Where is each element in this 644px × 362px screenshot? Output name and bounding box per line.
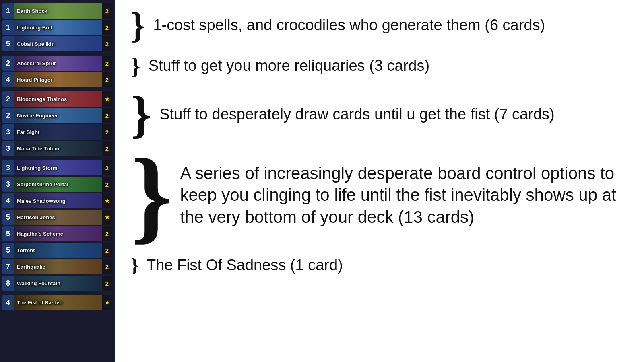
card-count: 2: [102, 72, 112, 87]
card-group-2: 2 Ancestral Spirit 2 4 Hoard Pillager 2: [2, 56, 112, 87]
card-count: 2: [102, 259, 112, 274]
card-cost: 7: [2, 259, 14, 274]
card-name: Hoard Pillager: [14, 77, 52, 83]
card-name: Harrison Jones: [14, 214, 55, 220]
card-name: Maiev Shadowsong: [14, 198, 66, 204]
card-count: 2: [102, 108, 112, 123]
card-group-5: 4 The Fist of Ra-den ★: [2, 295, 112, 310]
card-count: 2: [102, 226, 112, 241]
card-name: Lightning Storm: [14, 165, 57, 171]
annotation-text-group-4: A series of increasingly desperate board…: [180, 162, 628, 228]
card-group-4: 3 Lightning Storm 2 3 Serpentshrine Port…: [2, 160, 112, 291]
card-cost: 3: [2, 141, 14, 156]
card-row-hagatha-scheme[interactable]: 5 Hagatha's Scheme 2: [2, 226, 112, 241]
card-count: 2: [102, 177, 112, 192]
card-group-1: 1 Earth Shock 2 1 Lightning Bolt 2 5 Cob…: [2, 3, 112, 51]
card-count-golden: ★: [102, 193, 112, 208]
card-row-serpentshrine[interactable]: 3 Serpentshrine Portal 2: [2, 177, 112, 192]
golden-star-icon: ★: [105, 96, 110, 102]
brace-group-5: }: [131, 256, 138, 275]
card-cost: 3: [2, 177, 14, 192]
card-row-fist-of-raden[interactable]: 4 The Fist of Ra-den ★: [2, 295, 112, 310]
card-row-torrent[interactable]: 5 Torrent 2: [2, 243, 112, 258]
brace-group-3: }: [131, 90, 151, 140]
card-name: Hagatha's Scheme: [14, 231, 63, 237]
card-art: Far Sight: [14, 124, 102, 140]
card-art: Novice Engineer: [14, 108, 102, 123]
brace-group-2: }: [131, 55, 140, 78]
card-art: Serpentshrine Portal: [14, 177, 102, 192]
card-count: 2: [102, 243, 112, 258]
card-row-lightning-bolt[interactable]: 1 Lightning Bolt 2: [2, 20, 112, 35]
golden-star-icon: ★: [105, 197, 110, 204]
card-count: 2: [102, 3, 112, 19]
card-name: Far Sight: [14, 129, 39, 135]
card-cost: 3: [2, 124, 14, 140]
card-name: Earthquake: [14, 264, 45, 270]
card-cost: 1: [2, 20, 14, 35]
annotation-panel: } 1-cost spells, and crocodiles who gene…: [115, 0, 644, 362]
card-row-maiev[interactable]: 4 Maiev Shadowsong ★: [2, 193, 112, 208]
card-row-novice-engineer[interactable]: 2 Novice Engineer 2: [2, 108, 112, 123]
golden-star-icon: ★: [105, 299, 110, 306]
card-count: 2: [102, 160, 112, 175]
card-name: Lightning Bolt: [14, 25, 52, 31]
card-row-lightning-storm[interactable]: 3 Lightning Storm 2: [2, 160, 112, 175]
card-group-3: 2 Bloodmage Thalnos ★ 2 Novice Engineer …: [2, 91, 112, 156]
card-art: Lightning Storm: [14, 160, 102, 175]
card-art: Ancestral Spirit: [14, 56, 102, 71]
card-row-mana-tide-totem[interactable]: 3 Mana Tide Totem 2: [2, 141, 112, 156]
annotation-text-group-2: Stuff to get you more reliquaries (3 car…: [149, 56, 429, 76]
card-name: Torrent: [14, 247, 35, 253]
annotation-group-5: } The Fist Of Sadness (1 card): [131, 255, 628, 275]
card-name: Cobalt Spellkin: [14, 41, 55, 47]
card-cost: 4: [2, 193, 14, 208]
annotation-text-group-3: Stuff to desperately draw cards until u …: [159, 105, 554, 124]
card-count: 2: [102, 124, 112, 140]
card-art: Walking Fountain: [14, 276, 102, 291]
card-row-ancestral-spirit[interactable]: 2 Ancestral Spirit 2: [2, 56, 112, 71]
card-count: 2: [102, 56, 112, 71]
card-art: Mana Tide Totem: [14, 141, 102, 156]
card-row-harrison[interactable]: 5 Harrison Jones ★: [2, 210, 112, 225]
card-list-panel: 1 Earth Shock 2 1 Lightning Bolt 2 5 Cob…: [0, 0, 115, 362]
card-row-earth-shock[interactable]: 1 Earth Shock 2: [2, 3, 112, 19]
card-cost: 5: [2, 226, 14, 241]
card-art: Harrison Jones: [14, 210, 102, 225]
card-cost: 2: [2, 91, 14, 107]
card-art: Maiev Shadowsong: [14, 193, 102, 208]
card-cost: 3: [2, 160, 14, 175]
annotation-group-2: } Stuff to get you more reliquaries (3 c…: [131, 55, 628, 78]
card-row-bloodmage[interactable]: 2 Bloodmage Thalnos ★: [2, 91, 112, 107]
card-cost: 4: [2, 72, 14, 87]
card-art: Cobalt Spellkin: [14, 36, 102, 51]
card-name: Mana Tide Totem: [14, 146, 59, 152]
card-cost: 1: [2, 3, 14, 19]
annotation-text-group-1: 1-cost spells, and crocodiles who genera…: [153, 15, 545, 35]
card-art: Torrent: [14, 243, 102, 258]
golden-star-icon: ★: [105, 214, 110, 220]
card-cost: 8: [2, 276, 14, 291]
card-row-earthquake[interactable]: 7 Earthquake 2: [2, 259, 112, 274]
annotation-group-3: } Stuff to desperately draw cards until …: [131, 90, 628, 140]
card-cost: 2: [2, 108, 14, 123]
annotation-group-1: } 1-cost spells, and crocodiles who gene…: [131, 8, 628, 43]
annotation-text-group-5: The Fist Of Sadness (1 card): [147, 255, 343, 275]
card-name: Earth Shock: [14, 8, 47, 14]
card-art: Earthquake: [14, 259, 102, 274]
card-art: Lightning Bolt: [14, 20, 102, 35]
card-name: The Fist of Ra-den: [14, 300, 62, 306]
card-count-golden: ★: [102, 91, 112, 107]
card-count-golden: ★: [102, 295, 112, 310]
card-row-far-sight[interactable]: 3 Far Sight 2: [2, 124, 112, 140]
card-name: Novice Engineer: [14, 113, 58, 119]
brace-group-4: }: [131, 147, 172, 243]
card-art: Earth Shock: [14, 3, 102, 19]
card-count: 2: [102, 36, 112, 51]
card-row-cobalt-spellkin[interactable]: 5 Cobalt Spellkin 2: [2, 36, 112, 51]
card-row-hoard-pillager[interactable]: 4 Hoard Pillager 2: [2, 72, 112, 87]
card-art: Hagatha's Scheme: [14, 226, 102, 241]
card-row-walking-fountain[interactable]: 8 Walking Fountain 2: [2, 276, 112, 291]
card-cost: 4: [2, 295, 14, 310]
card-count: 2: [102, 20, 112, 35]
